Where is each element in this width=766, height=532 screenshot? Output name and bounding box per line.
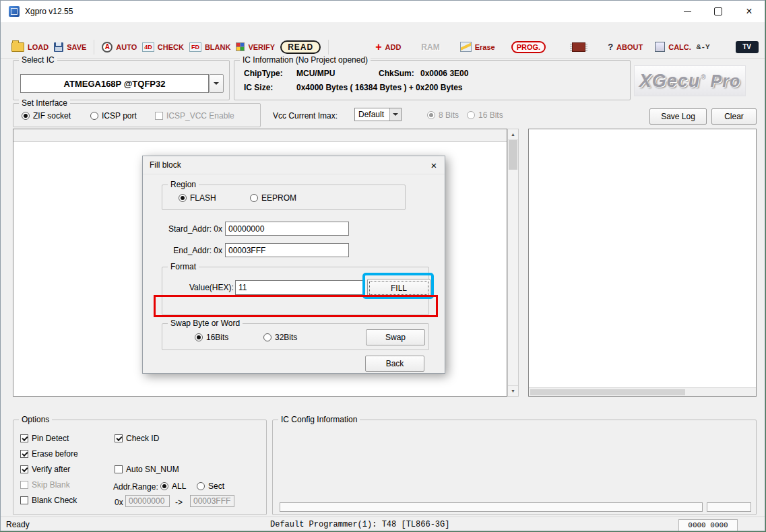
checkbox-skip-blank: Skip Blank — [20, 480, 70, 490]
close-icon: × — [746, 6, 752, 17]
erase-button[interactable]: Erase — [457, 40, 498, 53]
radio-dot-icon — [250, 194, 258, 202]
scroll-up-arrow-icon[interactable]: ▲ — [508, 129, 518, 140]
checkbox-pin-detect[interactable]: Pin Detect — [20, 434, 69, 443]
about-button[interactable]: ? ABOUT — [605, 40, 645, 53]
erase-label: Erase — [475, 43, 495, 51]
radio-flash[interactable]: FLASH — [179, 193, 216, 203]
scrollbar-thumb[interactable] — [509, 140, 517, 170]
checkbox-check-id[interactable]: Check ID — [115, 434, 159, 443]
radio-icsp-label: ICSP port — [102, 111, 137, 121]
hex-vertical-scrollbar[interactable]: ▲ ▼ — [507, 129, 519, 397]
radio-32bits-swap[interactable]: 32Bits — [263, 333, 297, 342]
title-bar: Xgpro v12.55 × — [1, 1, 765, 22]
logo-suffix: Pro — [711, 71, 741, 91]
verify-icon — [236, 42, 245, 51]
dialog-close-button[interactable]: × — [426, 159, 441, 172]
ram-button[interactable]: RAM — [418, 41, 442, 53]
read-button[interactable]: READ — [278, 39, 323, 55]
status-bar: Ready Default Programmer(1): T48 [TL866-… — [1, 517, 765, 531]
disk-icon — [54, 42, 63, 52]
start-addr-input[interactable] — [225, 222, 349, 236]
back-button[interactable]: Back — [365, 356, 424, 372]
region-group: Region FLASH EEPROM — [162, 185, 406, 210]
check-icon: 4D — [142, 42, 154, 52]
minimize-icon — [684, 11, 691, 12]
maximize-button[interactable] — [703, 1, 734, 22]
add-button[interactable]: + ADD — [373, 40, 404, 54]
checkbox-icon — [20, 465, 28, 473]
check-button[interactable]: 4D CHECK — [139, 41, 187, 53]
checkbox-icon — [20, 434, 28, 442]
checkbox-blank-check[interactable]: Blank Check — [20, 496, 77, 505]
app-icon — [9, 6, 20, 17]
scroll-down-arrow-icon[interactable]: ▼ — [508, 385, 518, 396]
fill-block-dialog: Fill block × Region FLASH EEPROM Stard_A… — [142, 156, 445, 374]
dialog-title: Fill block — [150, 160, 181, 170]
swap-button[interactable]: Swap — [366, 329, 425, 345]
question-icon: ? — [608, 42, 613, 52]
toolbar-separator — [94, 40, 94, 55]
menu-bar — [1, 22, 765, 36]
select-ic-group: Select IC ATMEGA168P @TQFP32 — [13, 60, 230, 100]
end-addr-input[interactable] — [225, 243, 349, 257]
scrollbar-thumb[interactable] — [530, 389, 685, 395]
erase-icon — [460, 42, 472, 52]
tv-button[interactable]: TV — [733, 40, 761, 55]
log-horizontal-scrollbar[interactable] — [529, 387, 756, 396]
select-ic-dropdown-button[interactable] — [209, 74, 224, 93]
flash-label: FLASH — [190, 193, 216, 203]
logic-test-button[interactable]: &-Y — [694, 42, 713, 53]
checkbox-icon — [115, 465, 123, 473]
save-button[interactable]: SAVE — [51, 41, 89, 53]
start-addr-label: Stard_Addr: 0x — [158, 224, 222, 234]
minimize-button[interactable] — [672, 1, 703, 22]
logic-icon: &-Y — [697, 43, 710, 51]
fill-button[interactable]: FILL — [367, 279, 430, 297]
ic-config-group: IC Config Information — [272, 420, 757, 515]
folder-icon — [11, 42, 24, 52]
chip-test-button[interactable] — [566, 41, 592, 53]
checkbox-auto-sn-num[interactable]: Auto SN_NUM — [115, 465, 179, 474]
ram-icon: RAM — [421, 42, 439, 52]
auto-button[interactable]: A AUTO — [99, 40, 139, 54]
prog-button[interactable]: PROG. — [509, 40, 548, 55]
checkbox-erase-before[interactable]: Erase before — [20, 449, 78, 459]
region-group-label: Region — [168, 180, 199, 189]
swap-32bits-label: 32Bits — [275, 333, 297, 342]
chip-type-label: ChipType: — [244, 69, 283, 78]
load-label: LOAD — [28, 43, 49, 51]
checkbox-verify-after[interactable]: Verify after — [20, 465, 70, 474]
verify-after-label: Verify after — [32, 465, 70, 474]
radio-zif-socket[interactable]: ZIF socket — [22, 111, 71, 121]
save-log-button[interactable]: Save Log — [649, 108, 707, 125]
calc-button[interactable]: CALC. — [652, 40, 694, 53]
blank-label: BLANK — [205, 43, 231, 51]
format-group: Format Value(HEX): FILL — [162, 267, 429, 315]
radio-icsp-port[interactable]: ICSP port — [90, 111, 137, 121]
load-button[interactable]: LOAD — [9, 41, 51, 53]
addr-range-label: Addr.Range: — [113, 482, 158, 492]
radio-addr-range-sect[interactable]: Sect — [197, 481, 224, 491]
checkbox-icon — [155, 112, 163, 120]
chip-icon — [572, 42, 585, 52]
set-interface-group-label: Set Interface — [19, 98, 70, 108]
radio-16bits-swap[interactable]: 16Bits — [195, 333, 228, 342]
checkbox-icon — [20, 496, 28, 504]
tv-icon: TV — [736, 41, 759, 53]
format-group-label: Format — [168, 262, 199, 271]
maximize-icon — [714, 7, 722, 15]
clear-log-button[interactable]: Clear — [711, 108, 757, 125]
selected-ic-display[interactable]: ATMEGA168P @TQFP32 — [20, 74, 209, 93]
fill-value-input[interactable] — [235, 280, 364, 295]
xgecu-pro-logo: XGecu ® Pro — [634, 65, 746, 96]
blank-button[interactable]: FD BLANK — [187, 41, 234, 53]
dialog-title-bar: Fill block — [143, 156, 445, 174]
verify-button[interactable]: VERIFY — [233, 41, 278, 53]
radio-eeprom[interactable]: EEPROM — [250, 193, 296, 203]
vcc-current-combo[interactable]: Default — [354, 108, 402, 121]
close-button[interactable]: × — [734, 1, 765, 22]
radio-addr-range-all[interactable]: ALL — [160, 481, 186, 491]
radio-dot-icon — [467, 111, 475, 119]
range-end-input — [190, 495, 234, 507]
